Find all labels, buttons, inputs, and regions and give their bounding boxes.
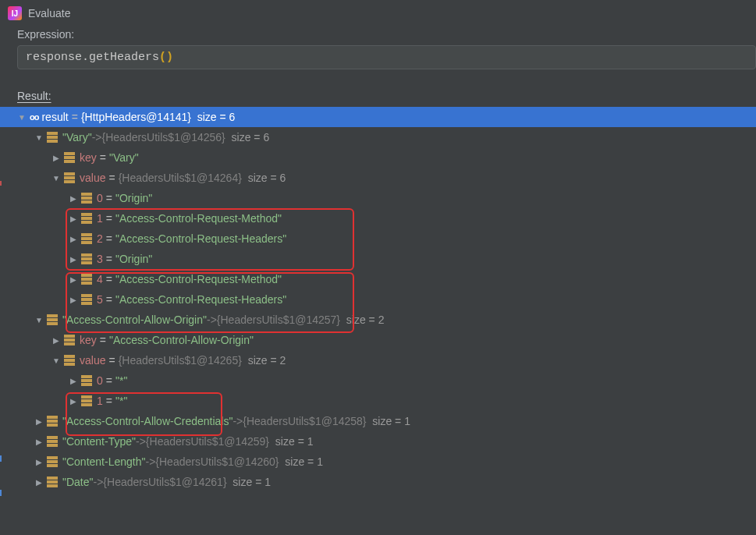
tree-node-entry[interactable]: ▶ "Content-Length" -> {HeadersUtils$1@14…: [17, 452, 756, 472]
arrow-sep: ->: [92, 131, 102, 143]
size-label: size = 6: [232, 131, 270, 143]
entry-key: "Vary": [62, 131, 92, 143]
field-icon: [47, 132, 58, 143]
expand-icon[interactable]: ▼: [17, 113, 27, 122]
field-icon: [47, 436, 58, 447]
tree-node-array-item[interactable]: ▶ 1 = "*": [17, 391, 756, 411]
expand-icon[interactable]: ▶: [34, 478, 44, 487]
expand-icon[interactable]: ▶: [69, 194, 78, 203]
tree-node-entry[interactable]: ▶ "Content-Type" -> {HeadersUtils$1@1425…: [17, 431, 756, 452]
obj-ref: {HeadersUtils$1@14261}: [103, 476, 226, 488]
field-icon: [64, 172, 75, 183]
tree-node-array-item[interactable]: ▶ 5 = "Access-Control-Request-Headers": [17, 289, 756, 310]
arrow-sep: ->: [145, 455, 155, 468]
expand-icon[interactable]: ▶: [51, 154, 61, 162]
field-icon: [47, 477, 58, 487]
expand-icon[interactable]: ▶: [69, 275, 78, 284]
idx: 1: [97, 212, 103, 225]
size-label: size = 1: [372, 415, 410, 427]
field-icon: [47, 314, 58, 325]
expression-parens: (): [159, 51, 173, 64]
field-icon: [81, 395, 92, 406]
tree-node-value[interactable]: ▼ value = {HeadersUtils$1@14265} size = …: [17, 350, 756, 370]
object-icon: oo: [30, 112, 38, 122]
tree-node-array-item[interactable]: ▶ 0 = "*": [17, 370, 756, 391]
expand-icon[interactable]: ▼: [34, 133, 44, 142]
tree-node-entry[interactable]: ▼ "Vary" -> {HeadersUtils$1@14256} size …: [17, 127, 756, 147]
obj-ref: {HeadersUtils$1@14258}: [243, 415, 366, 427]
value-label: value: [80, 172, 105, 184]
value-label: value: [80, 354, 105, 367]
expression-label: Expression:: [0, 25, 756, 45]
obj-ref: {HeadersUtils$1@14264}: [119, 172, 242, 184]
tree-node-root[interactable]: ▼ oo result = {HttpHeaders@14141} size =…: [0, 107, 756, 127]
field-icon: [81, 213, 92, 224]
field-icon: [64, 355, 75, 366]
result-tree[interactable]: ▼ oo result = {HttpHeaders@14141} size =…: [0, 105, 756, 492]
val: "Access-Control-Request-Headers": [115, 232, 286, 245]
obj-ref: {HeadersUtils$1@14259}: [146, 435, 269, 448]
idx: 4: [97, 273, 103, 285]
tree-node-value[interactable]: ▼ value = {HeadersUtils$1@14264} size = …: [17, 168, 756, 188]
obj-ref: {HeadersUtils$1@14256}: [102, 131, 225, 143]
size-label: size = 2: [346, 314, 385, 326]
expand-icon[interactable]: ▶: [69, 235, 78, 243]
size-label: size = 2: [248, 354, 286, 367]
entry-key: "Content-Length": [62, 455, 145, 468]
entry-key: "Date": [62, 476, 94, 488]
tree-node-entry[interactable]: ▶ "Access-Control-Allow-Credentials" -> …: [17, 411, 756, 431]
tree-node-array-item[interactable]: ▶ 1 = "Access-Control-Request-Method": [17, 208, 756, 229]
arrow-sep: ->: [136, 435, 146, 448]
expand-icon[interactable]: ▶: [69, 214, 78, 223]
obj-ref: {HeadersUtils$1@14257}: [217, 314, 340, 326]
val: "*": [115, 395, 127, 407]
val: "Access-Control-Request-Method": [115, 212, 282, 225]
idx: 3: [97, 253, 103, 265]
arrow-sep: ->: [207, 314, 217, 326]
field-icon: [47, 416, 58, 427]
expression-input[interactable]: response.getHeaders(): [17, 45, 756, 69]
idx: 0: [97, 374, 103, 387]
key-label: key: [80, 151, 97, 164]
tree-node-array-item[interactable]: ▶ 4 = "Access-Control-Request-Method": [17, 269, 756, 289]
tree-node-array-item[interactable]: ▶ 0 = "Origin": [17, 188, 756, 208]
app-icon: IJ: [8, 6, 22, 20]
field-icon: [81, 253, 92, 264]
tree-node-entry[interactable]: ▼ "Access-Control-Allow-Origin" -> {Head…: [17, 310, 756, 330]
tree-node-key[interactable]: ▶ key = "Access-Control-Allow-Origin": [17, 330, 756, 350]
field-icon: [47, 456, 58, 467]
field-icon: [64, 152, 75, 163]
expression-text: response.getHeaders: [26, 51, 159, 64]
val: "Origin": [115, 192, 152, 204]
size-label: size = 6: [248, 172, 286, 184]
expand-icon[interactable]: ▶: [51, 336, 61, 345]
field-icon: [81, 233, 92, 244]
idx: 2: [97, 232, 103, 245]
expand-icon[interactable]: ▶: [34, 458, 44, 466]
val: "Origin": [115, 253, 152, 265]
field-icon: [64, 335, 75, 345]
expand-icon[interactable]: ▶: [69, 296, 78, 304]
val: "Access-Control-Request-Method": [115, 273, 282, 285]
tree-node-key[interactable]: ▶ key = "Vary": [17, 147, 756, 168]
idx: 5: [97, 293, 103, 306]
tree-node-array-item[interactable]: ▶ 3 = "Origin": [17, 249, 756, 269]
var-name: result: [41, 111, 68, 123]
key-value: "Vary": [109, 151, 139, 164]
expand-icon[interactable]: ▼: [51, 174, 61, 182]
idx: 0: [97, 192, 103, 204]
size-label: size = 1: [275, 435, 314, 448]
obj-ref: {HttpHeaders@14141}: [81, 111, 191, 123]
expand-icon[interactable]: ▶: [34, 417, 44, 426]
key-label: key: [80, 334, 97, 346]
tree-node-entry[interactable]: ▶ "Date" -> {HeadersUtils$1@14261} size …: [17, 472, 756, 492]
window-title: Evaluate: [28, 7, 70, 19]
expand-icon[interactable]: ▶: [34, 438, 44, 446]
size-label: size = 6: [197, 111, 236, 123]
expand-icon[interactable]: ▶: [69, 397, 78, 406]
expand-icon[interactable]: ▼: [34, 316, 44, 324]
expand-icon[interactable]: ▶: [69, 255, 78, 264]
expand-icon[interactable]: ▶: [69, 377, 78, 385]
expand-icon[interactable]: ▼: [51, 356, 61, 365]
tree-node-array-item[interactable]: ▶ 2 = "Access-Control-Request-Headers": [17, 229, 756, 249]
